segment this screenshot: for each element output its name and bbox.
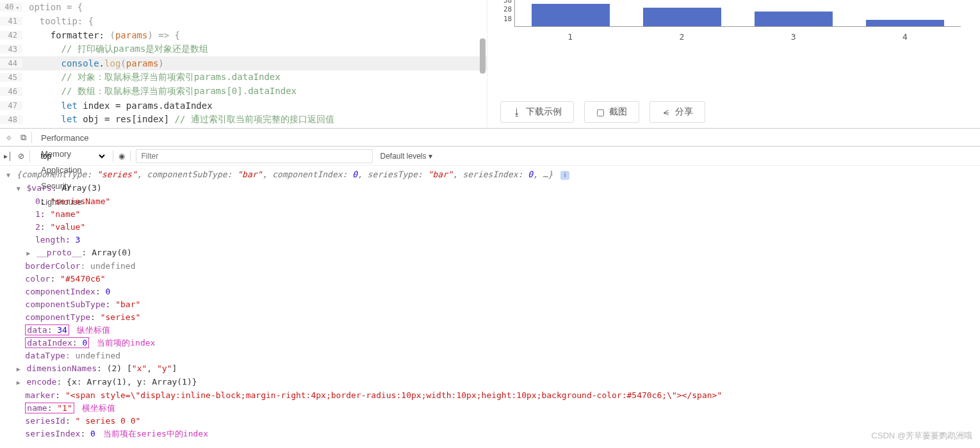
annotation: 当前项的index — [97, 338, 155, 348]
y-tick: 28 — [503, 5, 512, 13]
download-icon: ⭳ — [512, 107, 521, 117]
chart-bar[interactable] — [643, 8, 721, 26]
code-editor[interactable]: 40option = {41 tooltip: {42 formatter: (… — [0, 0, 487, 128]
x-tick: 1 — [514, 32, 626, 42]
prop-key[interactable]: $vars — [26, 183, 51, 193]
devtools-panel: ⟐ ⧉ ElementsConsoleSourcesNetworkPerform… — [0, 128, 980, 448]
chart-bar[interactable] — [755, 12, 833, 26]
tab-performance[interactable]: Performance — [33, 130, 96, 146]
line-number[interactable]: 43 — [0, 45, 22, 54]
prop-key: seriesIndex — [25, 429, 80, 438]
highlighted-prop: dataIndex: 0 — [25, 337, 89, 348]
code-line[interactable]: // 数组：取鼠标悬浮当前项索引params[0].dataIndex — [22, 86, 297, 97]
prop-key[interactable]: dimensionNames — [26, 364, 97, 373]
download-sample-button[interactable]: ⭳ 下载示例 — [500, 101, 574, 123]
prop-key: dataType — [25, 351, 65, 360]
share-icon: ⪪ — [662, 107, 671, 117]
disclosure-arrow-icon[interactable] — [15, 363, 22, 376]
camera-icon: ▢ — [596, 107, 605, 117]
clear-console-icon[interactable]: ⊘ — [18, 152, 24, 161]
object-property: borderColor: undefined — [5, 260, 975, 273]
inspect-icon[interactable]: ⟐ — [3, 130, 15, 145]
download-label: 下载示例 — [526, 106, 562, 118]
line-number[interactable]: 44 — [0, 59, 22, 68]
object-property: componentIndex: 0 — [5, 285, 975, 298]
code-line[interactable]: formatter: (params) => { — [22, 30, 180, 40]
x-tick: 2 — [626, 32, 737, 42]
code-line[interactable]: option = { — [22, 2, 83, 12]
code-line[interactable]: console.log(params) — [22, 58, 164, 68]
line-number[interactable]: 48 — [0, 115, 22, 124]
code-line[interactable]: // 打印确认params是对象还是数组 — [22, 44, 208, 55]
share-label: 分享 — [675, 106, 693, 118]
disclosure-arrow-icon[interactable] — [15, 376, 22, 389]
info-icon[interactable]: i — [560, 171, 569, 180]
y-tick: 38 — [503, 0, 512, 4]
disclosure-arrow-icon[interactable] — [15, 182, 22, 195]
filter-input[interactable] — [136, 149, 373, 163]
annotation: 纵坐标值 — [77, 325, 110, 335]
console-output[interactable]: {componentType: "series", componentSubTy… — [0, 166, 980, 448]
y-tick: 18 — [503, 14, 512, 22]
code-line[interactable]: let obj = res[index] // 通过索引取当前项完整的接口返回值 — [22, 114, 334, 125]
annotation: 当前项在series中的index — [103, 429, 208, 438]
prop-key[interactable]: encode — [26, 377, 56, 387]
object-summary[interactable]: {componentType: "series", componentSubTy… — [17, 170, 553, 179]
log-levels-select[interactable]: Default levels ▾ — [378, 150, 435, 162]
prop-key[interactable]: __proto__ — [37, 248, 81, 257]
code-line[interactable]: let index = params.dataIndex — [22, 100, 213, 111]
code-line[interactable]: // 对象：取鼠标悬浮当前项索引params.dataIndex — [22, 72, 281, 83]
array-item: 0: "seriesName" — [5, 195, 975, 208]
line-number[interactable]: 41 — [0, 17, 22, 26]
line-number[interactable]: 40 — [0, 3, 22, 12]
disclosure-arrow-icon[interactable] — [25, 247, 31, 260]
screenshot-label: 截图 — [609, 106, 627, 118]
prop-key: length — [35, 235, 65, 244]
line-number[interactable]: 47 — [0, 101, 22, 110]
device-toggle-icon[interactable]: ⧉ — [17, 130, 30, 145]
devtools-tabs: ⟐ ⧉ ElementsConsoleSourcesNetworkPerform… — [0, 129, 980, 147]
prop-key: seriesId — [25, 416, 65, 426]
object-property: componentSubType: "bar" — [5, 298, 975, 311]
share-button[interactable]: ⪪ 分享 — [649, 101, 705, 123]
editor-scrollbar[interactable] — [480, 38, 486, 74]
separator — [31, 132, 32, 143]
separator — [113, 150, 113, 162]
x-tick: 4 — [849, 32, 961, 42]
sidebar-toggle-icon[interactable]: ▸│ — [4, 152, 13, 161]
array-item: 2: "value" — [5, 221, 975, 234]
console-toolbar: ▸│ ⊘ top ◉ Default levels ▾ — [0, 147, 980, 166]
live-expression-icon[interactable]: ◉ — [118, 152, 125, 161]
context-select[interactable]: top — [35, 149, 108, 163]
preview-panel: 38 28 18 1234 ⭳ 下载示例 ▢ 截图 ⪪ 分享 — [487, 0, 980, 128]
separator — [29, 150, 30, 162]
highlighted-prop: name: "1" — [25, 403, 74, 413]
x-tick: 3 — [738, 32, 849, 42]
highlighted-prop: data: 34 — [25, 324, 69, 335]
object-property: color: "#5470c6" — [5, 273, 975, 285]
chart-bar[interactable] — [532, 4, 610, 26]
watermark: CSDN @芳草萋萋鹦鹉洲哦 — [871, 430, 972, 442]
line-number[interactable]: 42 — [0, 31, 22, 40]
annotation: 横坐标值 — [82, 403, 115, 413]
bar-chart: 38 28 18 1234 — [495, 0, 980, 92]
separator — [130, 150, 131, 162]
array-item: 1: "name" — [5, 208, 975, 221]
screenshot-button[interactable]: ▢ 截图 — [584, 101, 639, 123]
chart-bar[interactable] — [866, 20, 944, 26]
code-line[interactable]: tooltip: { — [22, 16, 94, 26]
object-property: componentType: "series" — [5, 311, 975, 324]
line-number[interactable]: 45 — [0, 73, 22, 82]
prop-key: marker — [25, 390, 55, 400]
line-number[interactable]: 46 — [0, 87, 22, 96]
disclosure-arrow-icon[interactable] — [5, 169, 12, 182]
